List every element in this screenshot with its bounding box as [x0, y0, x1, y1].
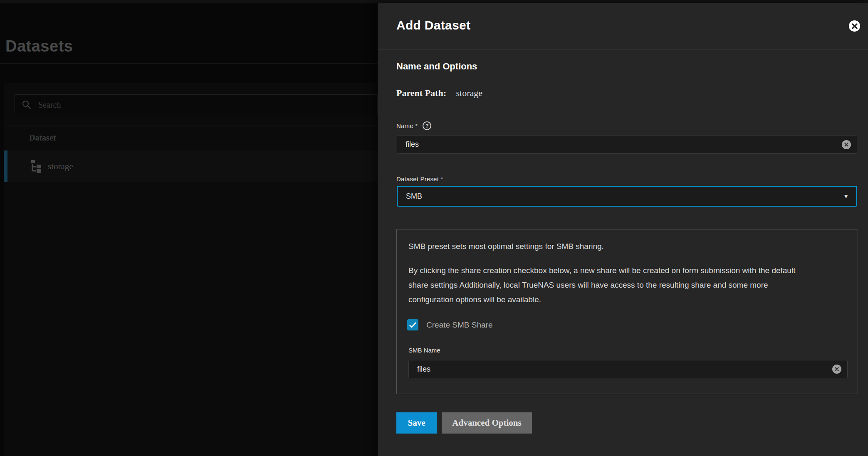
info-paragraph-2-line: share settings Additionally, local TrueN…	[408, 278, 795, 292]
advanced-options-button[interactable]: Advanced Options	[442, 412, 532, 434]
clear-circle-icon	[844, 143, 848, 147]
clear-smb-name-button[interactable]	[832, 365, 841, 374]
create-smb-share-label[interactable]: Create SMB Share	[426, 320, 492, 330]
section-title: Name and Options	[396, 61, 477, 72]
column-header-dataset: Dataset	[29, 133, 56, 143]
smb-preset-info-box: SMB preset sets most optimal settings fo…	[396, 229, 858, 394]
preset-selected-value: SMB	[406, 192, 422, 201]
smb-name-label: SMB Name	[408, 347, 440, 354]
parent-path-row: Parent Path: storage	[396, 88, 482, 99]
divider	[4, 126, 378, 126]
parent-path-value: storage	[456, 88, 482, 98]
dataset-search-box[interactable]	[15, 94, 378, 115]
action-button-row: Save Advanced Options	[396, 412, 532, 434]
name-field-label-row: Name * ?	[396, 121, 431, 130]
create-smb-share-row: Create SMB Share	[407, 319, 492, 330]
smb-name-input[interactable]	[409, 360, 847, 378]
info-paragraph-2-line: By clicking the share creation checkbox …	[408, 263, 795, 278]
close-icon	[852, 23, 858, 29]
clear-circle-icon	[835, 367, 839, 371]
selected-row-accent	[4, 150, 7, 182]
table-row-storage[interactable]: storage	[4, 150, 378, 182]
datasets-page-dimmed: Datasets Dataset storage	[0, 3, 378, 456]
window-top-strip	[0, 0, 868, 3]
check-icon	[409, 322, 417, 328]
divider	[378, 49, 868, 49]
search-icon	[22, 100, 32, 110]
page-title: Datasets	[5, 37, 73, 55]
row-label: storage	[48, 161, 73, 172]
smb-name-input-container	[408, 360, 848, 378]
info-paragraph-2-line: configuration options will be available.	[408, 292, 795, 307]
divider	[0, 63, 378, 64]
close-button[interactable]	[849, 20, 860, 32]
name-input-container	[397, 135, 857, 154]
name-field-label: Name *	[396, 122, 418, 129]
help-circle-icon[interactable]: ?	[423, 121, 431, 130]
preset-field-label: Dataset Preset *	[396, 175, 443, 182]
info-paragraph-2: By clicking the share creation checkbox …	[408, 263, 795, 307]
preset-field-label-row: Dataset Preset *	[396, 175, 443, 182]
save-button[interactable]: Save	[396, 412, 437, 434]
info-paragraph-1: SMB preset sets most optimal settings fo…	[408, 242, 604, 251]
dataset-preset-select[interactable]: SMB ▼	[397, 186, 857, 207]
clear-name-button[interactable]	[842, 140, 851, 149]
search-input[interactable]	[38, 100, 288, 110]
name-input[interactable]	[397, 136, 857, 153]
add-dataset-panel: Add Dataset Name and Options Parent Path…	[378, 3, 868, 456]
parent-path-label: Parent Path:	[396, 88, 446, 98]
chevron-down-icon: ▼	[843, 193, 849, 200]
dataset-tree-icon	[30, 160, 43, 173]
create-smb-share-checkbox[interactable]	[407, 319, 418, 330]
modal-title: Add Dataset	[396, 18, 470, 32]
dataset-tree-card: Dataset storage	[4, 83, 378, 456]
